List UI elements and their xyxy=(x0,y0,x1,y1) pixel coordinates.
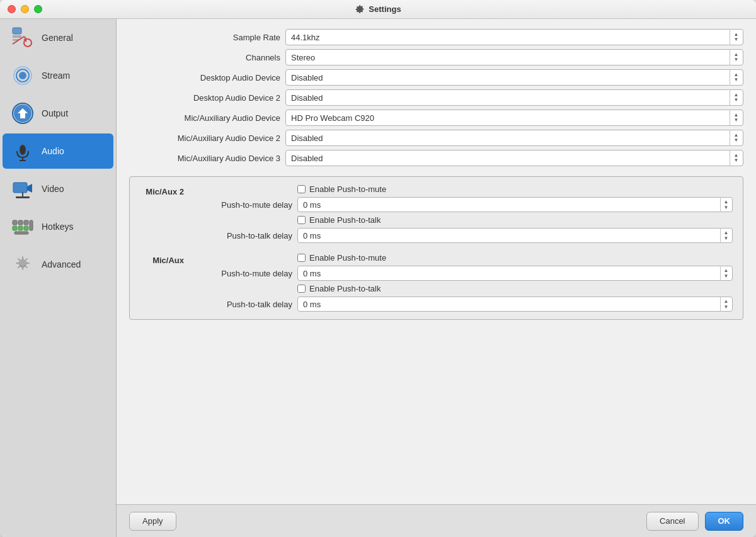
desktop-audio-control: Disabled ▲ ▼ xyxy=(285,69,743,86)
settings-title-icon xyxy=(355,4,365,14)
sidebar-label-stream: Stream xyxy=(42,71,70,81)
mic-aux-mute-delay-label: Push-to-mute delay xyxy=(192,269,292,278)
content-area: Sample Rate 44.1khz 48khz ▲ ▼ xyxy=(117,19,756,537)
svg-point-13 xyxy=(20,145,26,155)
settings-rows: Sample Rate 44.1khz 48khz ▲ ▼ xyxy=(129,29,743,166)
sidebar-label-video: Video xyxy=(42,184,64,194)
mic-aux2-control: Disabled ▲ ▼ xyxy=(285,130,743,146)
mic-aux2-group-label: Mic/Aux 2 xyxy=(140,184,184,243)
svg-point-8 xyxy=(19,72,26,79)
mic-aux-select-wrapper: HD Pro Webcam C920 Disabled ▲ ▼ xyxy=(285,110,743,126)
sidebar-label-hotkeys: Hotkeys xyxy=(42,222,74,232)
sidebar-item-advanced[interactable]: Advanced xyxy=(3,247,113,282)
mic-aux-row: Mic/Auxiliary Audio Device HD Pro Webcam… xyxy=(129,110,743,126)
mic-aux-select[interactable]: HD Pro Webcam C920 Disabled xyxy=(285,110,743,126)
sample-rate-row: Sample Rate 44.1khz 48khz ▲ ▼ xyxy=(129,29,743,45)
desktop-audio2-label: Desktop Audio Device 2 xyxy=(129,93,280,103)
advanced-section: Mic/Aux 2 Enable Push-to-mute xyxy=(129,176,743,320)
cancel-button[interactable]: Cancel xyxy=(646,512,698,531)
sidebar-item-general[interactable]: General xyxy=(3,20,113,55)
minimize-button[interactable] xyxy=(21,5,29,13)
channels-label: Channels xyxy=(129,53,280,62)
maximize-button[interactable] xyxy=(34,5,42,13)
mic-aux2-talk-delay-label: Push-to-talk delay xyxy=(192,231,292,240)
sidebar-item-audio[interactable]: Audio xyxy=(3,133,113,169)
sample-rate-label: Sample Rate xyxy=(129,33,280,42)
svg-rect-22 xyxy=(24,220,28,225)
mic-aux2-select[interactable]: Disabled xyxy=(285,130,743,146)
mic-aux3-select-wrapper: Disabled ▲ ▼ xyxy=(285,150,743,166)
mic-aux-group-fields: Enable Push-to-mute Push-to-mute delay ▲ xyxy=(192,253,733,312)
desktop-audio-select[interactable]: Disabled xyxy=(285,69,743,86)
sample-rate-select[interactable]: 44.1khz 48khz xyxy=(285,29,743,45)
mic-aux2-push-talk-checkbox-row: Enable Push-to-talk xyxy=(297,215,381,225)
mic-aux-mute-delay-row: Push-to-mute delay ▲ ▼ xyxy=(192,266,733,281)
ok-button[interactable]: OK xyxy=(705,512,744,531)
mic-aux2-talk-delay-spinner: ▲ ▼ xyxy=(297,228,733,243)
svg-rect-26 xyxy=(30,220,33,230)
mic-aux-talk-delay-spinner: ▲ ▼ xyxy=(297,297,733,312)
mic-aux3-select[interactable]: Disabled xyxy=(285,150,743,166)
mic-aux2-group-fields: Enable Push-to-mute Push-to-mute delay ▲ xyxy=(192,184,733,243)
svg-marker-17 xyxy=(27,184,32,193)
desktop-audio-select-wrapper: Disabled ▲ ▼ xyxy=(285,69,743,86)
mic-aux-control: HD Pro Webcam C920 Disabled ▲ ▼ xyxy=(285,110,743,126)
desktop-audio-row: Desktop Audio Device Disabled ▲ ▼ xyxy=(129,69,743,86)
main-content: General Stream xyxy=(0,19,756,537)
mic-aux2-row: Mic/Auxiliary Audio Device 2 Disabled ▲ … xyxy=(129,130,743,146)
window-title: Settings xyxy=(355,4,401,14)
sidebar-item-video[interactable]: Video xyxy=(3,171,113,206)
channels-control: Stereo Mono ▲ ▼ xyxy=(285,49,743,65)
apply-button[interactable]: Apply xyxy=(129,512,176,531)
mic-aux2-talk-delay-input[interactable] xyxy=(297,228,733,243)
mic-aux2-mute-delay-spinner: ▲ ▼ xyxy=(297,197,733,212)
desktop-audio2-row: Desktop Audio Device 2 Disabled ▲ ▼ xyxy=(129,89,743,106)
mic-aux-push-mute-row: Enable Push-to-mute xyxy=(192,253,733,263)
mic-aux-mute-delay-input[interactable] xyxy=(297,266,733,281)
titlebar-buttons xyxy=(8,5,42,13)
svg-rect-24 xyxy=(18,226,23,230)
mic-aux2-push-talk-row: Enable Push-to-talk xyxy=(192,215,733,225)
mic-aux-push-talk-label: Enable Push-to-talk xyxy=(309,284,381,293)
mic-aux-talk-delay-input[interactable] xyxy=(297,297,733,312)
mic-aux2-mute-delay-input[interactable] xyxy=(297,197,733,212)
mic-aux2-mute-delay-label: Push-to-mute delay xyxy=(192,200,292,210)
mic-aux2-mute-delay-row: Push-to-mute delay ▲ ▼ xyxy=(192,197,733,212)
sidebar-item-hotkeys[interactable]: Hotkeys xyxy=(3,209,113,244)
close-button[interactable] xyxy=(8,5,16,13)
mic-aux2-talk-delay-row: Push-to-talk delay ▲ ▼ xyxy=(192,228,733,243)
mic-aux-push-mute-checkbox-row: Enable Push-to-mute xyxy=(297,253,386,263)
desktop-audio-label: Desktop Audio Device xyxy=(129,73,280,82)
sidebar-item-output[interactable]: Output xyxy=(3,96,113,131)
mic-aux2-push-mute-row: Enable Push-to-mute xyxy=(192,184,733,194)
mic-aux3-row: Mic/Auxiliary Audio Device 3 Disabled ▲ … xyxy=(129,150,743,166)
mic-aux3-control: Disabled ▲ ▼ xyxy=(285,150,743,166)
desktop-audio2-select[interactable]: Disabled xyxy=(285,89,743,106)
settings-panel: Sample Rate 44.1khz 48khz ▲ ▼ xyxy=(117,19,756,504)
mic-aux-mute-delay-spinner: ▲ ▼ xyxy=(297,266,733,281)
mic-aux-label: Mic/Auxiliary Audio Device xyxy=(129,113,280,123)
sample-rate-select-wrapper: 44.1khz 48khz ▲ ▼ xyxy=(285,29,743,45)
mic-aux2-push-mute-checkbox[interactable] xyxy=(297,185,306,193)
audio-icon xyxy=(10,138,35,164)
sidebar-label-general: General xyxy=(42,33,73,43)
advanced-icon xyxy=(10,252,35,277)
svg-rect-20 xyxy=(13,220,17,225)
desktop-audio2-select-wrapper: Disabled ▲ ▼ xyxy=(285,89,743,106)
mic-aux2-select-wrapper: Disabled ▲ ▼ xyxy=(285,130,743,146)
mic-aux2-group: Mic/Aux 2 Enable Push-to-mute xyxy=(140,184,733,243)
video-icon xyxy=(10,176,35,201)
svg-rect-23 xyxy=(13,226,17,230)
channels-select[interactable]: Stereo Mono xyxy=(285,49,743,65)
mic-aux-group: Mic/Aux Enable Push-to-mute xyxy=(140,253,733,312)
mic-aux-push-mute-checkbox[interactable] xyxy=(297,254,306,262)
svg-rect-18 xyxy=(16,196,30,198)
mic-aux2-push-mute-checkbox-row: Enable Push-to-mute xyxy=(297,184,386,194)
titlebar: Settings xyxy=(0,0,756,19)
sidebar-label-advanced: Advanced xyxy=(42,259,81,269)
svg-rect-1 xyxy=(13,28,21,34)
sidebar-item-stream[interactable]: Stream xyxy=(3,58,113,93)
stream-icon xyxy=(10,63,35,88)
mic-aux2-push-talk-checkbox[interactable] xyxy=(297,216,306,224)
mic-aux-push-talk-checkbox[interactable] xyxy=(297,285,306,293)
